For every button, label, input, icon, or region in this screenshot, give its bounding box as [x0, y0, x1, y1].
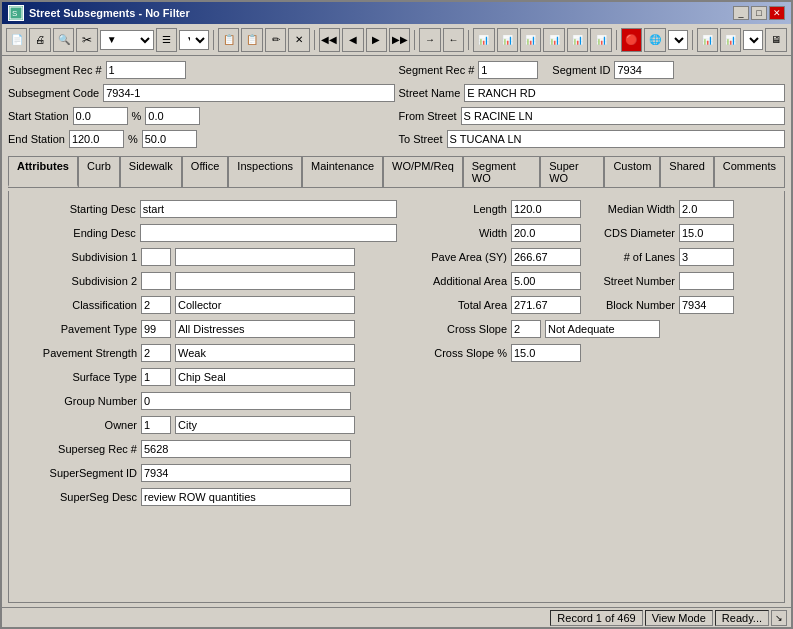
tab-curb[interactable]: Curb [78, 156, 120, 187]
superseg-desc-input[interactable] [141, 488, 351, 506]
view-combo[interactable]: ▼ [179, 30, 209, 50]
cds-diameter-label: CDS Diameter [585, 227, 675, 239]
num-lanes-input[interactable] [679, 248, 734, 266]
tab-segment-wo[interactable]: Segment WO [463, 156, 540, 187]
extra-combo[interactable]: ▼ [743, 30, 763, 50]
classification-text-input[interactable] [175, 296, 355, 314]
starting-desc-label: Starting Desc [17, 203, 136, 215]
chart1-btn[interactable]: 📊 [473, 28, 494, 52]
paste-btn[interactable]: 📋 [241, 28, 262, 52]
globe-combo[interactable]: ▼ [668, 30, 688, 50]
chart3-btn[interactable]: 📊 [520, 28, 541, 52]
street-name-input[interactable] [464, 84, 785, 102]
total-area-input[interactable] [511, 296, 581, 314]
pavement-type-num-input[interactable] [141, 320, 171, 338]
subsegment-code-input[interactable] [103, 84, 394, 102]
subdivision2-num-input[interactable] [141, 272, 171, 290]
tab-wo-pm-req[interactable]: WO/PM/Req [383, 156, 463, 187]
cross-slope-pct-input[interactable] [511, 344, 581, 362]
classification-label: Classification [17, 299, 137, 311]
tab-sidewalk[interactable]: Sidewalk [120, 156, 182, 187]
cds-diameter-input[interactable] [679, 224, 734, 242]
forward-btn[interactable]: → [419, 28, 440, 52]
tab-custom[interactable]: Custom [604, 156, 660, 187]
superseg-rec-input[interactable] [141, 440, 351, 458]
width-input[interactable] [511, 224, 581, 242]
scissors-btn[interactable]: ✂ [76, 28, 97, 52]
close-button[interactable]: ✕ [769, 6, 785, 20]
pavement-strength-num-input[interactable] [141, 344, 171, 362]
first-btn[interactable]: ◀◀ [319, 28, 340, 52]
chart6-btn[interactable]: 📊 [590, 28, 611, 52]
segment-rec-input[interactable] [478, 61, 538, 79]
pave-area-input[interactable] [511, 248, 581, 266]
next-btn[interactable]: ▶ [366, 28, 387, 52]
cross-slope-text-input[interactable] [545, 320, 660, 338]
resize-grip[interactable]: ↘ [771, 610, 787, 626]
last-btn[interactable]: ▶▶ [389, 28, 410, 52]
minimize-button[interactable]: _ [733, 6, 749, 20]
surface-type-num-input[interactable] [141, 368, 171, 386]
superseg-desc-row: SuperSeg Desc [17, 487, 397, 507]
filter-combo[interactable]: ▼ [100, 30, 154, 50]
print-btn[interactable]: 🖨 [29, 28, 50, 52]
left-top-form: Subsegment Rec # Subsegment Code Start S… [8, 60, 395, 149]
monitor-btn[interactable]: 🖥 [765, 28, 786, 52]
list-btn[interactable]: ☰ [156, 28, 177, 52]
supersegment-id-input[interactable] [141, 464, 351, 482]
subdivision1-text-input[interactable] [175, 248, 355, 266]
prev-btn[interactable]: ◀ [342, 28, 363, 52]
ending-desc-row: Ending Desc [17, 223, 397, 243]
back-btn[interactable]: ← [443, 28, 464, 52]
copy-btn[interactable]: 📋 [218, 28, 239, 52]
cross-slope-num-input[interactable] [511, 320, 541, 338]
tab-super-wo[interactable]: Super WO [540, 156, 604, 187]
tab-attributes[interactable]: Attributes [8, 156, 78, 187]
subdivision1-num-input[interactable] [141, 248, 171, 266]
title-bar: S Street Subsegments - No Filter _ □ ✕ [2, 2, 791, 24]
new-btn[interactable]: 📄 [6, 28, 27, 52]
toolbar-sep-5 [616, 30, 617, 50]
to-street-input[interactable] [447, 130, 785, 148]
subsegment-rec-input[interactable] [106, 61, 186, 79]
maximize-button[interactable]: □ [751, 6, 767, 20]
search-btn[interactable]: 🔍 [53, 28, 74, 52]
owner-text-input[interactable] [175, 416, 355, 434]
ending-desc-label: Ending Desc [17, 227, 136, 239]
subsegment-code-label: Subsegment Code [8, 87, 99, 99]
chart5-btn[interactable]: 📊 [567, 28, 588, 52]
extra2-btn[interactable]: 📊 [720, 28, 741, 52]
group-number-input[interactable] [141, 392, 351, 410]
block-number-input[interactable] [679, 296, 734, 314]
start-station2-input[interactable] [145, 107, 200, 125]
ending-desc-input[interactable] [140, 224, 397, 242]
street-number-input[interactable] [679, 272, 734, 290]
segment-id-input[interactable] [614, 61, 674, 79]
from-street-input[interactable] [461, 107, 785, 125]
red-btn[interactable]: 🔴 [621, 28, 642, 52]
end-station2-input[interactable] [142, 130, 197, 148]
subdivision2-text-input[interactable] [175, 272, 355, 290]
tab-comments[interactable]: Comments [714, 156, 785, 187]
tab-shared[interactable]: Shared [660, 156, 713, 187]
delete-btn[interactable]: ✕ [288, 28, 309, 52]
globe-btn[interactable]: 🌐 [644, 28, 665, 52]
surface-type-text-input[interactable] [175, 368, 355, 386]
pavement-type-text-input[interactable] [175, 320, 355, 338]
classification-num-input[interactable] [141, 296, 171, 314]
start-station-input[interactable] [73, 107, 128, 125]
chart4-btn[interactable]: 📊 [543, 28, 564, 52]
starting-desc-input[interactable] [140, 200, 397, 218]
pavement-strength-text-input[interactable] [175, 344, 355, 362]
extra1-btn[interactable]: 📊 [697, 28, 718, 52]
tab-office[interactable]: Office [182, 156, 229, 187]
edit-btn[interactable]: ✏ [265, 28, 286, 52]
tab-maintenance[interactable]: Maintenance [302, 156, 383, 187]
median-width-input[interactable] [679, 200, 734, 218]
length-input[interactable] [511, 200, 581, 218]
additional-area-input[interactable] [511, 272, 581, 290]
end-station-input[interactable] [69, 130, 124, 148]
owner-num-input[interactable] [141, 416, 171, 434]
chart2-btn[interactable]: 📊 [497, 28, 518, 52]
tab-inspections[interactable]: Inspections [228, 156, 302, 187]
